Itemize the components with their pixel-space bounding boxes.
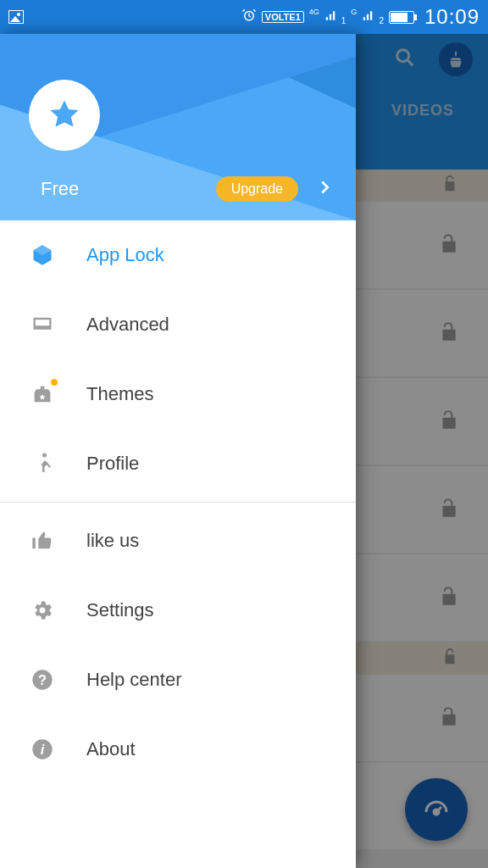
drawer-menu: App Lock Advanced Themes Profile — [0, 220, 356, 868]
running-icon — [29, 450, 56, 477]
status-bar: VOLTE1 4G 1 G 2 10:09 — [0, 0, 488, 34]
menu-item-label: like us — [86, 530, 139, 552]
menu-item-label: Help center — [86, 669, 182, 691]
svg-text:?: ? — [38, 672, 47, 687]
drawer-header: Free Upgrade — [0, 34, 356, 220]
sim-1-label: 1 — [341, 16, 347, 25]
help-icon: ? — [29, 666, 56, 693]
net-g: G — [351, 8, 357, 16]
avatar-icon[interactable] — [29, 80, 100, 151]
menu-item-like-us[interactable]: like us — [0, 506, 356, 576]
svg-point-5 — [42, 453, 47, 458]
menu-item-label: Settings — [86, 599, 154, 621]
alarm-icon — [241, 8, 257, 27]
monitor-icon — [29, 311, 56, 338]
volte-badge: VOLTE1 — [262, 11, 304, 23]
chevron-right-icon[interactable] — [315, 178, 334, 200]
cube-icon — [29, 242, 56, 269]
tier-label: Free — [41, 178, 79, 200]
thumbs-up-icon — [29, 527, 56, 554]
menu-item-label: About — [86, 738, 136, 760]
signal-icon-2 — [362, 8, 374, 25]
menu-item-profile[interactable]: Profile — [0, 429, 356, 498]
menu-item-about[interactable]: i About — [0, 715, 356, 784]
menu-item-label: Profile — [86, 453, 139, 475]
themes-icon — [29, 381, 56, 408]
menu-item-label: App Lock — [86, 244, 164, 266]
menu-item-settings[interactable]: Settings — [0, 576, 356, 645]
status-time: 10:09 — [424, 5, 480, 29]
navigation-drawer: Free Upgrade App Lock Advanced Themes — [0, 34, 356, 868]
svg-rect-4 — [36, 320, 49, 326]
menu-item-help-center[interactable]: ? Help center — [0, 645, 356, 715]
upgrade-button[interactable]: Upgrade — [216, 176, 298, 202]
menu-item-advanced[interactable]: Advanced — [0, 290, 356, 359]
menu-item-label: Themes — [86, 383, 153, 405]
sim-2-label: 2 — [379, 16, 384, 25]
svg-text:i: i — [41, 742, 45, 757]
menu-item-label: Advanced — [86, 314, 169, 336]
menu-item-app-lock[interactable]: App Lock — [0, 220, 356, 290]
menu-divider — [0, 502, 356, 503]
signal-icon-1 — [324, 8, 336, 25]
net-4g-1: 4G — [309, 8, 319, 16]
gear-icon — [29, 597, 56, 624]
gallery-icon — [8, 10, 24, 24]
info-icon: i — [29, 736, 56, 763]
battery-icon — [389, 11, 414, 24]
menu-item-themes[interactable]: Themes — [0, 359, 356, 429]
